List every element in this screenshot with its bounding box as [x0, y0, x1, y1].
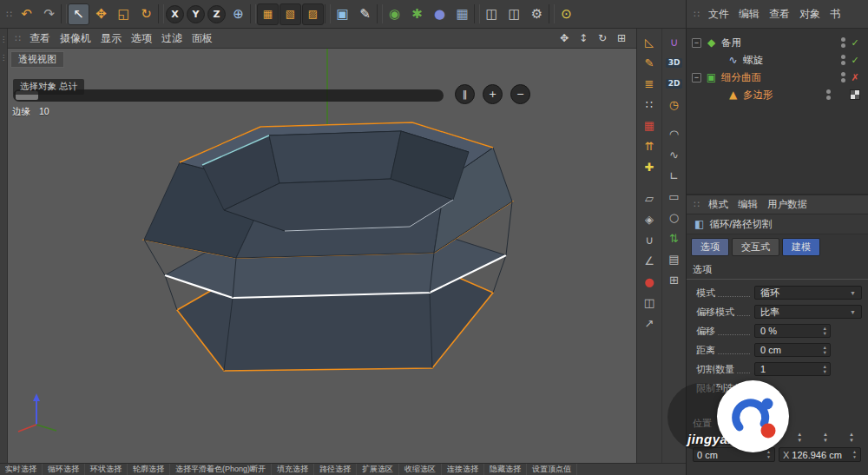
pause-button[interactable]: ‖ [455, 84, 475, 104]
object-row[interactable]: − ▣ 细分曲面 ✗ [687, 69, 868, 86]
spinner-arrows[interactable]: ▲▼ [823, 326, 827, 336]
mirror-icon[interactable]: ◫ [640, 294, 659, 311]
x-axis-lock-button[interactable]: X [166, 5, 184, 23]
attribute-menu-item[interactable]: 模式 [704, 195, 733, 214]
move-tool-icon[interactable]: ✥ [90, 3, 112, 25]
workplane-icon[interactable]: ◈ [640, 211, 659, 228]
magnet-icon[interactable]: ∪ [665, 34, 684, 50]
visibility-toggles[interactable] [841, 55, 845, 65]
measure-icon[interactable]: ◺ [640, 34, 659, 50]
selection-tool-item[interactable]: 连接选择 [442, 464, 484, 475]
volume-icon[interactable]: ● [429, 3, 450, 25]
layer-stack-icon[interactable]: ≣ [640, 76, 659, 92]
expand-toggle[interactable]: − [692, 73, 701, 82]
rotate-view-icon[interactable]: ↻ [595, 30, 610, 46]
grid-delete-icon[interactable]: ▦ [640, 117, 659, 134]
attribute-dropdown[interactable]: 比率 ▼ [754, 305, 862, 319]
attribute-tab[interactable]: 交互式 [732, 238, 779, 256]
viewport-menu-item[interactable]: 过滤 [157, 29, 187, 49]
pan-view-icon[interactable]: ✥ [556, 30, 572, 46]
redo-icon[interactable]: ↷ [38, 3, 60, 25]
panel-menu-item[interactable]: 对象 [795, 4, 825, 24]
attribute-number-field[interactable]: 1 ▲▼ [754, 362, 831, 376]
viewport-menu-item[interactable]: 显示 [96, 29, 126, 49]
expand-toggle[interactable]: − [692, 38, 701, 48]
object-label[interactable]: 备用 [721, 36, 741, 49]
render-view-icon[interactable]: ◫ [481, 3, 503, 25]
dock-grip-top[interactable]: ⋮ [0, 36, 7, 43]
array-icon[interactable]: ▦ [451, 3, 473, 25]
rotate-tool-icon[interactable]: ↻ [135, 3, 157, 25]
selection-tool-item[interactable]: 实时选择 [0, 464, 43, 475]
grid-icon[interactable]: ⊞ [665, 272, 684, 288]
3d-snap-badge[interactable]: 3D [665, 55, 684, 71]
selection-tool-item[interactable]: 扩展选区 [357, 464, 399, 475]
toolbar-grip-icon[interactable]: ∷ [3, 9, 16, 20]
selection-tool-item[interactable]: 填充选择 [272, 464, 314, 475]
viewport-grip-icon[interactable]: ∷ [11, 33, 24, 44]
viewport-menu-item[interactable]: 选项 [127, 29, 156, 49]
object-row[interactable]: ∿ 螺旋 ✓ [687, 51, 868, 69]
selection-tool-item[interactable]: 选择平滑着色(Phong)断开 [170, 464, 272, 475]
editor-visibility-dot[interactable] [841, 72, 845, 76]
viewport-menu-item[interactable]: 摄像机 [56, 29, 95, 49]
attribute-number-field[interactable]: 0 % ▲▼ [754, 324, 831, 338]
attribute-menu-item[interactable]: 编辑 [733, 195, 762, 214]
selection-tool-item[interactable]: 隐藏选择 [484, 464, 527, 475]
simulation-sphere-icon[interactable]: ◉ [384, 3, 405, 25]
make-editable-cube-icon[interactable]: ▣ [332, 3, 353, 25]
visibility-toggles[interactable] [826, 89, 831, 100]
panel-menu-item[interactable]: 书 [825, 4, 845, 24]
2d-snap-badge[interactable]: 2D [665, 76, 684, 92]
spinner-arrows[interactable]: ▲▼ [849, 432, 854, 443]
object-label[interactable]: 螺旋 [743, 54, 763, 67]
position-x-field[interactable]: X 126.946 cm ▲▼ [779, 447, 861, 462]
selection-tool-item[interactable]: 环状选择 [85, 464, 128, 475]
attribute-grip-icon[interactable]: ∷ [690, 199, 703, 210]
selection-tool-item[interactable]: 轮廓选择 [128, 464, 170, 475]
object-label[interactable]: 细分曲面 [721, 71, 761, 84]
hexagon-model[interactable] [144, 122, 512, 371]
panel-menu-item[interactable]: 编辑 [734, 4, 764, 24]
attribute-dropdown[interactable]: 循环 ▼ [754, 286, 862, 300]
enabled-mark[interactable]: ✗ [850, 72, 860, 83]
render-visibility-dot[interactable] [841, 43, 845, 48]
selection-tool-item[interactable]: 设置顶点值 [527, 464, 577, 475]
scale-tool-icon[interactable]: ◱ [113, 3, 135, 25]
point-grid-icon[interactable]: ∷ [640, 96, 659, 113]
swap-arrows-icon[interactable]: ⇅ [665, 230, 684, 247]
spline-icon[interactable]: ∿ [665, 147, 684, 163]
rect-icon[interactable]: ▭ [665, 188, 684, 205]
attribute-tab[interactable]: 建模 [782, 238, 820, 256]
attribute-number-field[interactable]: 0 cm ▲▼ [754, 343, 831, 357]
enabled-mark[interactable]: ✓ [850, 55, 860, 66]
viewport-menu-item[interactable]: 面板 [187, 29, 217, 49]
render-picture-viewer-icon[interactable]: ◫ [503, 3, 525, 25]
selection-tool-item[interactable]: 循环选择 [43, 464, 85, 475]
field-icon[interactable]: ✱ [406, 3, 428, 25]
object-row[interactable]: ▲ 多边形 [687, 86, 868, 103]
minus-button[interactable]: − [510, 84, 530, 104]
attribute-tab[interactable]: 选项 [691, 238, 729, 256]
brush-icon[interactable]: ✎ [640, 55, 659, 71]
render-visibility-dot[interactable] [841, 78, 845, 82]
texture-tag-icon[interactable] [850, 89, 860, 100]
panel-menu-item[interactable]: 文件 [704, 4, 733, 24]
spinner-arrows[interactable]: ▲▼ [797, 432, 802, 443]
render-settings-icon[interactable]: ⚙ [526, 3, 548, 25]
panel-menu-item[interactable]: 查看 [765, 4, 794, 24]
modeling-mode-icon-3[interactable]: ▨ [302, 3, 324, 25]
guide-icon[interactable]: ∠ [640, 253, 659, 269]
coordinate-system-icon[interactable]: ⊕ [227, 3, 249, 25]
render-visibility-dot[interactable] [826, 96, 831, 100]
panel-grip-icon[interactable]: ∷ [690, 9, 703, 20]
snap-icon[interactable]: ∪ [640, 232, 659, 248]
spinner-arrows[interactable]: ▲▼ [823, 432, 828, 443]
visibility-toggles[interactable] [841, 37, 845, 48]
arc-icon[interactable]: ◠ [665, 126, 684, 142]
viewport-menu-item[interactable]: 查看 [25, 29, 55, 49]
y-axis-lock-button[interactable]: Y [187, 5, 205, 23]
editor-visibility-dot[interactable] [841, 55, 845, 59]
spinner-arrows[interactable]: ▲▼ [823, 364, 827, 374]
modeling-mode-icon-1[interactable]: ▦ [257, 3, 279, 25]
